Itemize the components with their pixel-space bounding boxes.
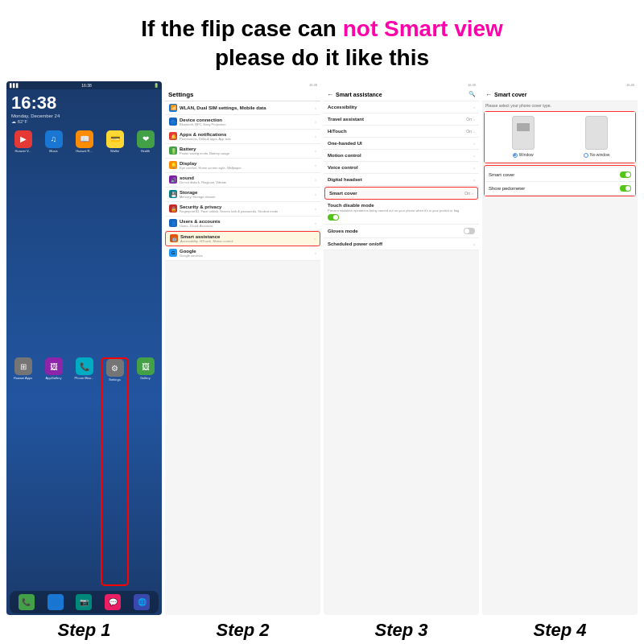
settings-header: Settings — [165, 89, 320, 101]
cover-options: Window No window — [485, 112, 635, 163]
battery-icon: 🔋 — [154, 83, 159, 88]
storage-icon: 💾 — [169, 190, 177, 198]
main-container: If the flip case can not Smart view plea… — [0, 0, 644, 644]
list-item: 🔔 Apps & notifications Permissions, Defa… — [165, 130, 320, 144]
radio-nowindow[interactable] — [584, 153, 588, 158]
step-1-label: Step 1 — [57, 620, 110, 641]
step-3-label: Step 3 — [374, 620, 427, 641]
list-item: 🖼 AppGallery — [39, 357, 68, 586]
app-icon-health[interactable]: ❤ — [137, 130, 155, 148]
dock-browser[interactable]: 🌐 — [134, 594, 150, 610]
sound-icon: 🔊 — [169, 175, 177, 184]
apps-icon: 🔔 — [169, 132, 177, 140]
phone-weather: ☁ 62°F — [6, 118, 162, 127]
list-item[interactable]: HiTouch On› — [324, 126, 479, 138]
signal-icons: ▋▋▋ — [10, 83, 19, 88]
radio-filled — [514, 154, 516, 156]
smart-cover-toggle-item: Smart cover — [485, 168, 635, 182]
cover-option-window[interactable]: Window — [488, 116, 559, 158]
phone-time-big: 16:38 — [6, 89, 162, 114]
list-item: 🖼 Gallery — [131, 357, 159, 586]
list-item[interactable]: Voice control › — [324, 162, 479, 174]
phone-time-status: 16:38 — [81, 83, 92, 88]
list-item: 💳 Wallet — [101, 130, 129, 356]
search-icon[interactable]: 🔍 — [469, 91, 476, 97]
screen-header-nav: ← Smart assistance 🔍 — [324, 89, 479, 101]
smart-cover-title: Smart cover — [494, 92, 634, 97]
security-icon: 🔒 — [169, 204, 177, 213]
list-item[interactable]: One-handed UI › — [324, 138, 479, 150]
list-item: 📖 Huawei R... — [70, 130, 98, 356]
header-title: If the flip case can not Smart view plea… — [141, 14, 503, 73]
header-line2: please do it like this — [215, 45, 429, 70]
cover-option-nowindow[interactable]: No window — [562, 116, 633, 158]
cover-preview-nowindow — [585, 116, 608, 150]
list-item: ⊞ Huawei Apps — [9, 357, 37, 586]
list-item: 👤 Users & accounts Users, Cloud, Account… — [165, 217, 320, 231]
battery-settings-icon: 🔋 — [169, 147, 177, 155]
phone-status-bar: ▋▋▋ 16:38 🔋 — [6, 81, 162, 89]
app-icon-settings[interactable]: ⚙ — [106, 359, 124, 377]
app-icon-vid[interactable]: ▶ — [14, 130, 32, 148]
step-4-image: 16:40 ← Smart cover Please select your p… — [482, 81, 638, 615]
list-item: ♫ Music — [39, 130, 68, 356]
pedometer-toggle-label: Show pedometer — [489, 186, 525, 191]
smart-cover-toggle[interactable] — [620, 171, 631, 178]
smart-cover-screen: 16:40 ← Smart cover Please select your p… — [482, 81, 638, 615]
step-3-image: 16:39 ← Smart assistance 🔍 Accessibility… — [324, 81, 479, 615]
list-item[interactable]: Digital headset › — [324, 174, 479, 186]
phone-screen-1: ▋▋▋ 16:38 🔋 16:38 Monday, December 24 ☁ … — [6, 81, 162, 615]
list-item: ▶ Huawei V... — [9, 130, 37, 356]
step-2-image: 16:39 Settings 📶 WLAN, Dual SIM settings… — [165, 81, 320, 615]
cover-label-nowindow: No window — [590, 152, 609, 157]
list-item: 🔒 Security & privacy Fingerprint ID, Fac… — [165, 202, 320, 217]
settings-title: Settings — [168, 91, 194, 98]
smart-cover-item[interactable]: Smart cover On› — [324, 187, 478, 200]
list-item: 💡 Display Eye comfort, Home screen style… — [165, 159, 320, 173]
header-highlight: not Smart view — [343, 16, 503, 41]
phone-apps-grid: ▶ Huawei V... ♫ Music 📖 Huawei R... � — [6, 127, 162, 589]
app-icon-phone[interactable]: 📞 — [76, 357, 93, 375]
cover-label-window: Window — [519, 152, 534, 157]
radio-window[interactable] — [513, 153, 518, 158]
device-icon: 🔵 — [169, 118, 177, 126]
step-4-label: Step 4 — [533, 620, 586, 641]
app-icon-wallet[interactable]: 💳 — [106, 130, 124, 148]
app-icon-reader[interactable]: 📖 — [76, 130, 93, 148]
app-icon-music[interactable]: ♫ — [45, 130, 63, 148]
back-arrow-icon[interactable]: ← — [327, 91, 333, 98]
dock-dialer[interactable]: 📞 — [19, 594, 35, 610]
app-icon-gallery2[interactable]: 🖼 — [137, 357, 155, 375]
step-3-container: 16:39 ← Smart assistance 🔍 Accessibility… — [324, 81, 479, 644]
smart-cover-header: ← Smart cover — [482, 89, 638, 101]
list-item: Gloves mode — [324, 225, 479, 238]
dock-contacts[interactable]: 👤 — [47, 594, 64, 610]
app-icon-apps[interactable]: ⊞ — [14, 357, 32, 375]
app-icon-gallery[interactable]: 🖼 — [45, 357, 63, 375]
cover-toggle-section: Smart cover Show pedometer — [485, 168, 635, 196]
dock-camera[interactable]: 📷 — [76, 594, 92, 610]
users-icon: 👤 — [169, 219, 177, 227]
cover-hint: Please select your phone cover type. — [482, 101, 638, 109]
back-arrow-icon-2[interactable]: ← — [485, 91, 492, 98]
list-item[interactable]: Travel assistant On› — [324, 114, 479, 126]
list-item: ❤ Health — [131, 130, 159, 356]
wlan-icon: 📶 — [169, 104, 177, 112]
screen-title: Smart assistance — [336, 92, 466, 97]
step-2-container: 16:39 Settings 📶 WLAN, Dual SIM settings… — [165, 81, 320, 644]
list-item[interactable]: Motion control › — [324, 150, 479, 162]
pedometer-toggle[interactable] — [620, 185, 631, 192]
steps-section: ▋▋▋ 16:38 🔋 16:38 Monday, December 24 ☁ … — [0, 81, 644, 644]
google-icon: G — [169, 249, 177, 257]
touch-disable-toggle[interactable] — [328, 214, 339, 221]
cover-preview-window — [512, 116, 535, 150]
pedometer-toggle-item: Show pedometer — [485, 182, 635, 196]
step-4-container: 16:40 ← Smart cover Please select your p… — [482, 81, 638, 644]
list-item[interactable]: Scheduled power on/off › — [324, 238, 479, 250]
list-item[interactable]: Accessibility › — [324, 101, 479, 114]
list-item: 🔊 sound Do not disturb, Ringtone, Vibrat… — [165, 173, 320, 188]
gloves-toggle[interactable] — [464, 228, 475, 234]
dock-messaging[interactable]: 💬 — [105, 594, 121, 610]
smart-assistance-item[interactable]: 🤖 Smart assistance Accessibility, HiTouc… — [165, 231, 320, 246]
header-line1: If the flip case can — [141, 16, 343, 41]
